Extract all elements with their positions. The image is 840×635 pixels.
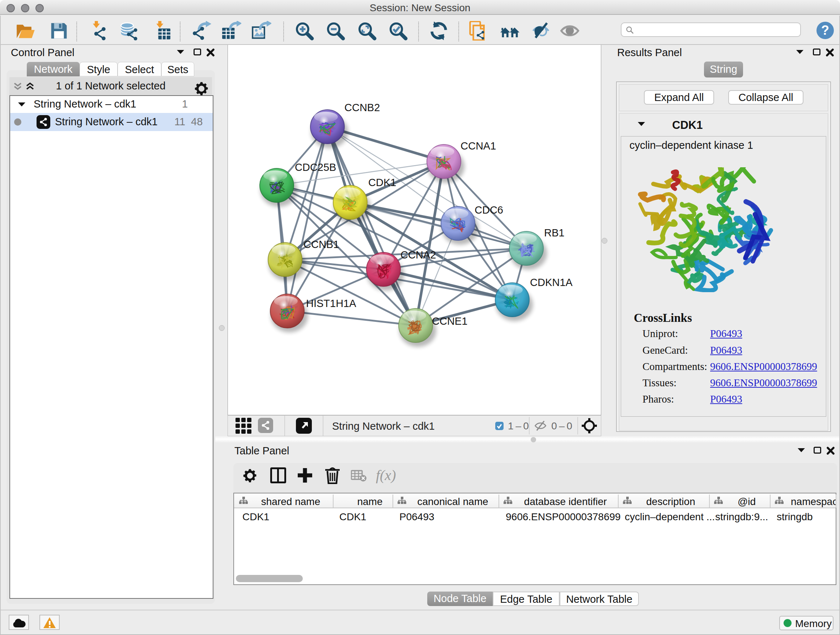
svg-text:CDC25B: CDC25B bbox=[295, 162, 336, 173]
svg-text:CCNE1: CCNE1 bbox=[432, 315, 467, 327]
svg-text:CDC6: CDC6 bbox=[475, 204, 503, 216]
svg-text:CCNA1: CCNA1 bbox=[461, 140, 496, 152]
svg-text:CCNA2: CCNA2 bbox=[401, 249, 436, 261]
svg-text:HIST1H1A: HIST1H1A bbox=[306, 298, 356, 309]
svg-text:CCNB1: CCNB1 bbox=[303, 239, 339, 250]
svg-text:RB1: RB1 bbox=[544, 227, 564, 239]
svg-text:CDKN1A: CDKN1A bbox=[530, 277, 573, 288]
svg-text:CCNB2: CCNB2 bbox=[344, 102, 380, 113]
svg-text:CDK1: CDK1 bbox=[368, 177, 396, 188]
